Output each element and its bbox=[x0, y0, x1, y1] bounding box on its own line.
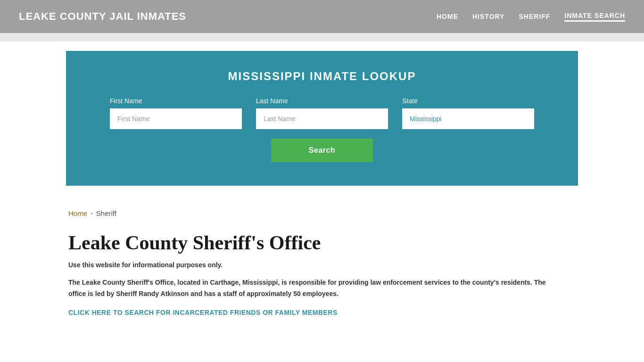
description-text: The Leake County Sheriff's Office, locat… bbox=[68, 277, 563, 300]
search-title: MISSISSIPPI INMATE LOOKUP bbox=[132, 70, 512, 83]
search-button[interactable]: Search bbox=[271, 139, 373, 162]
first-name-label: First Name bbox=[110, 97, 242, 105]
nav-history[interactable]: HISTORY bbox=[472, 13, 504, 20]
form-fields: First Name Last Name State bbox=[132, 97, 512, 129]
site-title: LEAKE COUNTY JAIL INMATES bbox=[19, 10, 186, 23]
nav-inmate-search[interactable]: INMATE SEARCH bbox=[564, 12, 625, 22]
nav-home[interactable]: HOME bbox=[437, 13, 458, 20]
page-heading: Leake County Sheriff's Office bbox=[68, 231, 576, 254]
state-group: State bbox=[402, 97, 534, 129]
search-form: First Name Last Name State Search bbox=[132, 97, 512, 162]
last-name-label: Last Name bbox=[256, 97, 388, 105]
sub-header-bar bbox=[0, 33, 644, 41]
content-section: Leake County Sheriff's Office Use this w… bbox=[0, 222, 644, 336]
breadcrumb-home-link[interactable]: Home bbox=[68, 209, 87, 217]
nav-sheriff[interactable]: SHERIFF bbox=[519, 13, 550, 20]
disclaimer-text: Use this website for informational purpo… bbox=[68, 261, 576, 269]
breadcrumb-current: Sheriff bbox=[96, 209, 116, 217]
cta-link[interactable]: CLICK HERE to Search for Incarcerated Fr… bbox=[68, 309, 338, 316]
state-input[interactable] bbox=[402, 108, 534, 129]
breadcrumb: Home • Sheriff bbox=[68, 209, 576, 217]
breadcrumb-separator: • bbox=[91, 211, 92, 215]
breadcrumb-section: Home • Sheriff bbox=[0, 195, 644, 222]
site-header: LEAKE COUNTY JAIL INMATES HOME HISTORY S… bbox=[0, 0, 644, 33]
first-name-group: First Name bbox=[110, 97, 242, 129]
state-label: State bbox=[402, 97, 534, 105]
last-name-group: Last Name bbox=[256, 97, 388, 129]
main-nav: HOME HISTORY SHERIFF INMATE SEARCH bbox=[437, 12, 625, 22]
first-name-input[interactable] bbox=[110, 108, 242, 129]
last-name-input[interactable] bbox=[256, 108, 388, 129]
search-section: MISSISSIPPI INMATE LOOKUP First Name Las… bbox=[66, 51, 578, 186]
